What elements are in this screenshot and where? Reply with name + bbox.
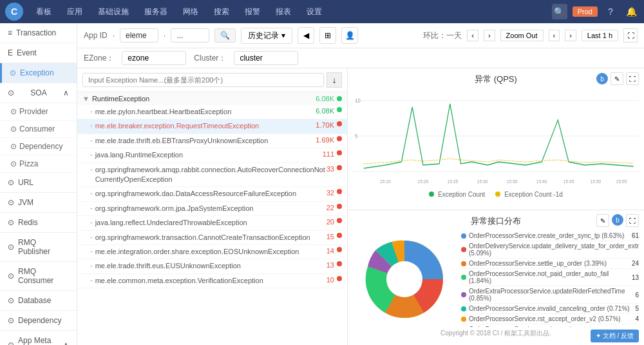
chart-bottom-expand-button[interactable]: ⛶	[626, 214, 639, 227]
time-prev-button[interactable]: ‹	[549, 30, 560, 41]
exc-item-dao[interactable]: - org.springframework.dao.DataAccessReso…	[77, 187, 347, 201]
exc-item-jpa[interactable]: - org.springframework.orm.jpa.JpaSystemE…	[77, 202, 347, 216]
exc-item-count: 13	[327, 261, 334, 269]
sidebar-item-rmq-consumer[interactable]: ⊙ RMQ Consumer	[0, 262, 77, 291]
soa-icon: ⊙	[8, 88, 14, 97]
db-icon: ⊙	[8, 296, 14, 305]
legend-color-dot	[461, 247, 466, 252]
legend-dot-yellow	[495, 192, 500, 197]
app-id-input2[interactable]	[171, 28, 209, 43]
exc-item-heartbeat[interactable]: - me.ele.pylon.heartbeat.HeartbeatExcept…	[77, 105, 347, 119]
sidebar-item-dependency[interactable]: ⊙ Dependency	[0, 138, 77, 155]
legend-exception-count-1d: Exception Count -1d	[495, 191, 562, 198]
user-button[interactable]: 👤	[341, 27, 358, 44]
legend-item-name: OrderDeliveryService.update_delivery_sta…	[469, 242, 639, 257]
sidebar-item-app-meta[interactable]: ⊙ App Meta Data ∧	[0, 331, 77, 345]
exc-item-runtime[interactable]: - java.lang.RuntimeException 111	[77, 148, 347, 163]
sidebar-item-jvm[interactable]: ⊙ JVM	[0, 193, 77, 213]
legend-color-dot	[461, 317, 466, 322]
sidebar-item-dependency2[interactable]: ⊙ Dependency	[0, 311, 77, 331]
exc-item-name: org.springframework.orm.jpa.JpaSystemExc…	[95, 204, 327, 213]
legend-item-count: 6	[635, 291, 639, 299]
env-prev-button[interactable]: ‹	[467, 30, 478, 41]
exc-item-undeclared[interactable]: - java.lang.reflect.UndeclaredThrowableE…	[77, 216, 347, 230]
exc-dot	[337, 165, 342, 170]
legend-item-count: 5	[635, 305, 639, 312]
sidebar-item-redis[interactable]: ⊙ Redis	[0, 213, 77, 233]
exc-item-count: 15	[327, 233, 334, 241]
nav-alarm[interactable]: 报警	[242, 5, 263, 19]
sidebar-item-database[interactable]: ⊙ Database	[0, 291, 77, 311]
nav-report[interactable]: 报表	[273, 5, 294, 19]
sidebar-item-label: Database	[18, 296, 51, 305]
help-button[interactable]: ?	[603, 4, 618, 19]
history-label: 历史记录	[248, 30, 279, 41]
ezone-label: EZone：	[84, 53, 114, 64]
bell-button[interactable]: 🔔	[623, 4, 639, 19]
exc-item-amqp[interactable]: - org.springframework.amqp.rabbit.connec…	[77, 163, 347, 188]
legend-item-name: OrderProcessorService.rst_accept_order_v…	[469, 315, 632, 322]
exc-dot	[337, 233, 342, 238]
exc-item-ebtrans[interactable]: - me.ele.trade.thrift.eb.EBTransProxyUnk…	[77, 134, 347, 148]
env-next-button[interactable]: ›	[484, 30, 495, 41]
exception-search-button[interactable]: ↓	[327, 72, 342, 88]
legend-list: OrderProcessorService.create_order_sync_…	[461, 231, 639, 327]
legend-exception-count: Exception Count	[429, 191, 485, 198]
dep2-icon: ⊙	[8, 316, 14, 325]
chart-edit-button[interactable]: ✎	[611, 72, 623, 85]
exc-item-name: org.springframework.transaction.CannotCr…	[95, 233, 327, 242]
nav-back-button[interactable]: ◀	[298, 27, 314, 44]
exc-item-name: me.ele.trade.thrift.eb.EBTransProxyUnkno…	[95, 136, 316, 146]
nav-server[interactable]: 服务器	[142, 5, 170, 19]
exc-item-eos[interactable]: - me.ele.integration.order.share.excepti…	[77, 245, 347, 259]
exc-item-eus[interactable]: - me.ele.trade.thrift.eus.EUSUnknownExce…	[77, 259, 347, 273]
sidebar-item-transaction[interactable]: ≡ Transaction	[0, 23, 77, 43]
nav-settings[interactable]: 设置	[304, 5, 325, 19]
exception-search-input[interactable]	[82, 73, 324, 87]
exc-item-name: org.springframework.amqp.rabbit.connecti…	[95, 165, 327, 185]
sidebar-item-exception[interactable]: ⊙ Exception	[0, 63, 77, 83]
legend-item-count: 13	[632, 274, 639, 281]
grid-button[interactable]: ⊞	[319, 27, 336, 44]
exc-item-verification[interactable]: - me.ele.common.meta.exception.Verificat…	[77, 274, 347, 288]
sidebar-item-url[interactable]: ⊙ URL	[0, 173, 77, 193]
time-next-button[interactable]: ›	[565, 30, 576, 41]
sidebar-item-label: Dependency	[19, 142, 62, 151]
exc-item-name: java.lang.reflect.UndeclaredThrowableExc…	[95, 218, 327, 228]
exc-item-request-timeout[interactable]: - me.ele.breaker.exception.RequestTimeou…	[77, 119, 347, 133]
sidebar-item-provider[interactable]: ⊙ Provider	[0, 103, 77, 121]
dependency-icon: ⊙	[10, 142, 17, 151]
zoom-out-button[interactable]: Zoom Out	[500, 30, 544, 41]
fullscreen-button[interactable]: ⛶	[623, 28, 638, 43]
top-search-button[interactable]: 🔍	[552, 4, 567, 19]
app-id-search-button[interactable]: 🔍	[214, 28, 236, 43]
exception-qps-chart: 异常 (QPS) b ✎ ⛶ 10	[348, 68, 644, 210]
time-range-button[interactable]: Last 1 h	[582, 30, 618, 41]
nav-app[interactable]: 应用	[64, 5, 85, 19]
sidebar-item-consumer[interactable]: ⊙ Consumer	[0, 121, 77, 138]
sidebar-item-rmq-publisher[interactable]: ⊙ RMQ Publisher	[0, 233, 77, 262]
nav-kanban[interactable]: 看板	[33, 5, 54, 19]
app-id-input1[interactable]	[120, 28, 158, 43]
nav-right: 🔍 Prod ? 🔔	[552, 4, 639, 19]
feedback-button[interactable]: ✦ 文档 / 反馈	[591, 330, 639, 342]
legend-color-dot	[461, 233, 466, 239]
cluster-input[interactable]	[234, 51, 298, 65]
chart-expand-button[interactable]: ⛶	[626, 72, 639, 85]
exc-item-name: org.springframework.dao.DataAccessResour…	[95, 189, 327, 199]
nav-search[interactable]: 搜索	[211, 5, 232, 19]
nav-network[interactable]: 网络	[180, 5, 201, 19]
filter-row: EZone： Cluster：	[77, 48, 644, 68]
legend-item: OrderProcessorService.rst_accept_order_v…	[461, 314, 639, 324]
prod-badge[interactable]: Prod	[573, 6, 598, 17]
sidebar-item-soa[interactable]: ⊙ SOA ∧	[0, 83, 77, 103]
chart-bottom-edit-button[interactable]: ✎	[596, 214, 609, 227]
ezone-input[interactable]	[122, 51, 186, 65]
exception-group-runtime[interactable]: ▼ RuntimeException 6.08K	[77, 92, 347, 105]
sidebar-item-pizza[interactable]: ⊙ Pizza	[0, 155, 77, 173]
nav-infra[interactable]: 基础设施	[95, 5, 131, 19]
exc-item-cannot-create[interactable]: - org.springframework.transaction.Cannot…	[77, 231, 347, 245]
sidebar-item-event[interactable]: E Event	[0, 43, 77, 63]
history-button[interactable]: 历史记录 ▾	[241, 28, 292, 44]
exc-item-count: 10	[327, 276, 334, 284]
